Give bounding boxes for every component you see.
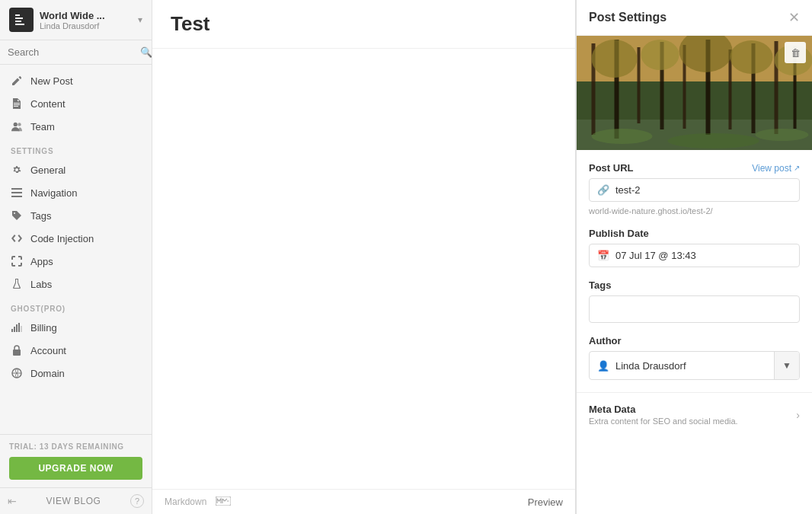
sidebar-item-domain[interactable]: Domain	[0, 362, 152, 385]
sidebar-header[interactable]: World Wide ... Linda Drausdorf ▾	[0, 0, 152, 40]
post-settings-panel: Post Settings ✕	[576, 0, 812, 514]
sidebar-item-billing[interactable]: Billing	[0, 316, 152, 339]
collapse-icon[interactable]: ⇤	[8, 495, 17, 507]
svg-rect-6	[11, 188, 22, 190]
post-title[interactable]: Test	[171, 12, 557, 36]
url-input[interactable]	[615, 184, 791, 196]
svg-point-36	[668, 133, 759, 148]
sidebar-item-tags[interactable]: Tags	[0, 204, 152, 227]
sidebar-item-general[interactable]: General	[0, 158, 152, 181]
billing-label: Billing	[30, 322, 57, 334]
svg-point-33	[730, 40, 773, 74]
help-icon[interactable]: ?	[130, 494, 144, 508]
close-icon[interactable]: ✕	[788, 9, 800, 26]
sidebar-footer: TRIAL: 13 DAYS REMAINING UPGRADE NOW	[0, 434, 152, 487]
file-icon	[11, 97, 23, 110]
link-icon: 🔗	[597, 184, 609, 196]
sidebar-item-apps[interactable]: Apps	[0, 250, 152, 273]
user-icon: 👤	[597, 360, 609, 372]
tags-label: Tags	[30, 210, 51, 222]
svg-rect-1	[15, 18, 23, 19]
settings-section-label: SETTINGS	[0, 138, 152, 158]
lock-icon	[11, 344, 23, 356]
sidebar-bottom-bar: ⇤ VIEW BLOG ?	[0, 487, 152, 514]
url-hint: world-wide-nature.ghost.io/test-2/	[589, 206, 800, 215]
navigation-label: Navigation	[30, 187, 77, 199]
view-post-label: View post	[752, 163, 791, 174]
sidebar-item-new-post[interactable]: New Post	[0, 69, 152, 92]
editor-content[interactable]	[152, 49, 575, 489]
main-editor: Test Markdown Preview	[152, 0, 576, 514]
meta-data-row[interactable]: Meta Data Extra content for SEO and soci…	[577, 392, 812, 436]
editor-header: Test	[152, 0, 575, 49]
tags-input[interactable]	[589, 295, 800, 323]
general-label: General	[30, 164, 66, 176]
svg-rect-9	[11, 329, 13, 332]
svg-point-30	[592, 40, 638, 78]
meta-data-subtitle: Extra content for SEO and social media.	[589, 417, 796, 426]
apps-label: Apps	[30, 256, 53, 267]
svg-point-5	[18, 123, 21, 126]
author-input[interactable]	[615, 360, 766, 372]
publish-date-group: Publish Date 📅	[589, 228, 800, 267]
ghost-pro-label: GHOST(PRO)	[0, 295, 152, 316]
menu-icon	[11, 187, 23, 199]
svg-point-35	[592, 129, 653, 144]
editor-footer: Markdown Preview	[152, 489, 575, 514]
sidebar-item-code-injection[interactable]: Code Injection	[0, 227, 152, 250]
app-icon	[9, 8, 34, 32]
content-label: Content	[30, 98, 66, 110]
svg-point-4	[14, 123, 18, 126]
new-post-label: New Post	[30, 75, 73, 87]
account-label: Account	[30, 345, 66, 356]
svg-rect-7	[11, 192, 22, 193]
blog-title: World Wide ...	[40, 10, 132, 21]
sidebar-item-labs[interactable]: Labs	[0, 273, 152, 295]
sidebar-item-account[interactable]: Account	[0, 339, 152, 362]
svg-rect-3	[15, 24, 24, 25]
publish-date-container: 📅	[589, 244, 800, 267]
domain-label: Domain	[30, 368, 65, 379]
svg-rect-12	[18, 323, 20, 332]
post-settings-header: Post Settings ✕	[577, 0, 812, 36]
search-icon: 🔍	[140, 46, 152, 58]
featured-image[interactable]: 🗑	[577, 36, 812, 150]
puzzle-icon	[11, 255, 23, 267]
tags-group: Tags	[589, 279, 800, 323]
search-bar[interactable]: 🔍	[0, 40, 152, 65]
search-input[interactable]	[8, 46, 136, 58]
svg-point-37	[756, 129, 809, 141]
globe-icon	[11, 367, 23, 379]
code-injection-label: Code Injection	[30, 233, 94, 244]
upgrade-button[interactable]: UPGRADE NOW	[9, 457, 142, 480]
sidebar-item-navigation[interactable]: Navigation	[0, 181, 152, 204]
chevron-down-icon: ▾	[138, 14, 142, 25]
sidebar-item-content[interactable]: Content	[0, 92, 152, 115]
post-url-group: Post URL View post ↗ 🔗 world-wide-nature…	[589, 162, 800, 215]
signal-icon	[11, 321, 23, 334]
code-icon	[11, 232, 23, 244]
meta-data-title: Meta Data	[589, 404, 796, 415]
post-url-label: Post URL	[589, 162, 634, 174]
sidebar-nav: New Post Content Team SETTINGS	[0, 65, 152, 434]
author-dropdown-button[interactable]: ▼	[774, 352, 799, 379]
labs-label: Labs	[30, 279, 52, 290]
sidebar-item-team[interactable]: Team	[0, 115, 152, 138]
forest-image	[577, 36, 812, 150]
meta-data-content: Meta Data Extra content for SEO and soci…	[589, 404, 796, 426]
svg-rect-8	[11, 196, 22, 197]
delete-image-button[interactable]: 🗑	[785, 42, 806, 63]
author-input-area: 👤	[590, 355, 774, 377]
markdown-icon	[216, 496, 231, 508]
pencil-icon	[11, 75, 23, 87]
svg-rect-14	[13, 350, 21, 356]
markdown-label: Markdown	[165, 496, 206, 507]
view-blog-link[interactable]: VIEW BLOG	[21, 496, 126, 506]
preview-button[interactable]: Preview	[528, 496, 563, 508]
svg-rect-11	[16, 324, 18, 332]
tag-icon	[11, 209, 23, 222]
external-link-icon: ↗	[794, 164, 800, 172]
view-post-link[interactable]: View post ↗	[752, 163, 800, 174]
publish-date-input[interactable]	[615, 250, 791, 261]
post-settings-body: Post URL View post ↗ 🔗 world-wide-nature…	[577, 150, 812, 392]
